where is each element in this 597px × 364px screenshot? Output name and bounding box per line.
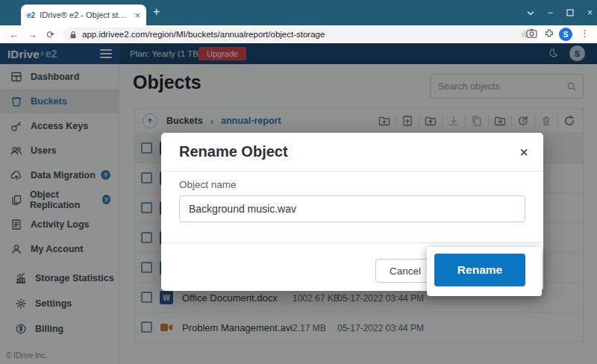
browser-menu-icon[interactable]: ⋮	[580, 28, 590, 39]
maximize-icon[interactable]	[566, 9, 574, 16]
object-name-label: Object name	[179, 179, 237, 190]
forward-icon[interactable]: →	[28, 29, 37, 40]
minimize-icon[interactable]: −	[548, 8, 553, 17]
idrive-e2-favicon: e2	[27, 11, 35, 19]
tab-title: IDrive® e2 - Object storage	[40, 10, 130, 19]
rename-button-spotlight: Rename	[427, 247, 542, 296]
new-tab-button[interactable]: +	[153, 5, 160, 19]
browser-tab[interactable]: e2 IDrive® e2 - Object storage ×	[21, 4, 146, 25]
rename-button[interactable]: Rename	[434, 254, 525, 286]
reload-icon[interactable]: ⟳	[46, 29, 54, 40]
url-text: app.idrivee2.com/region/MI/buckets/annua…	[82, 30, 520, 39]
modal-title: Rename Object	[179, 143, 288, 160]
back-icon[interactable]: ←	[9, 29, 19, 40]
object-name-input[interactable]	[179, 195, 525, 222]
browser-profile-avatar[interactable]: S	[559, 28, 572, 41]
screenshot-extension-icon[interactable]	[526, 28, 537, 38]
browser-toolbar: ← → ⟳ app.idrivee2.com/region/MI/buckets…	[0, 25, 597, 43]
screen: e2 IDrive® e2 - Object storage × + − × ←…	[0, 0, 597, 364]
close-window-icon[interactable]: ×	[587, 8, 593, 17]
modal-close-icon[interactable]: ×	[519, 145, 528, 160]
extensions-puzzle-icon[interactable]	[544, 28, 554, 39]
tab-close-icon[interactable]: ×	[134, 10, 140, 21]
window-controls: − ×	[527, 0, 593, 25]
address-bar[interactable]: app.idrivee2.com/region/MI/buckets/annua…	[63, 28, 534, 41]
cancel-button[interactable]: Cancel	[375, 259, 435, 283]
padlock-icon	[69, 30, 78, 40]
browser-tab-strip: e2 IDrive® e2 - Object storage × + − ×	[0, 0, 597, 25]
modal-header: Rename Object ×	[161, 133, 543, 172]
tab-search-chevron-icon[interactable]	[527, 10, 534, 16]
